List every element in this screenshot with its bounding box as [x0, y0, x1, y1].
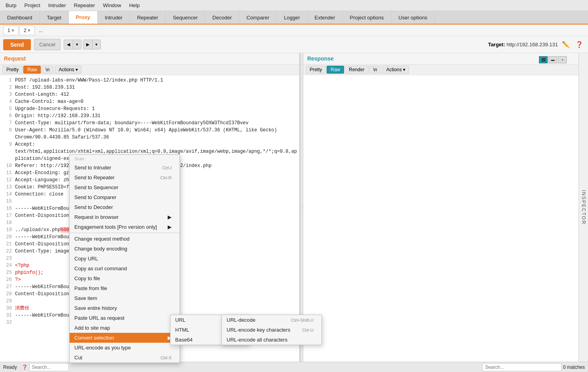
ctx-save-item[interactable]: Save item [70, 293, 180, 303]
submenu-url-encode-all[interactable]: URL-encode all characters [222, 335, 321, 345]
submenu-url-decode[interactable]: URL-decodeCtrl+Shift-U [222, 315, 321, 325]
ctx-add-sitemap[interactable]: Add to site map [70, 323, 180, 333]
ctx-change-body[interactable]: Change body encoding [70, 244, 180, 254]
ctx-cut[interactable]: CutCtrl-X [70, 353, 180, 363]
ctx-convert-selection[interactable]: Convert selection▶ [70, 333, 180, 343]
ctx-request-browser[interactable]: Request in browser▶ [70, 212, 180, 222]
ctx-engagement-tools[interactable]: Engagement tools [Pro version only]▶ [70, 222, 180, 232]
ctx-send-comparer[interactable]: Send to Comparer [70, 192, 180, 202]
ctx-send-sequencer[interactable]: Send to Sequencer [70, 182, 180, 192]
ctx-paste-url[interactable]: Paste URL as request [70, 313, 180, 323]
ctx-send-repeater[interactable]: Send to RepeaterCtrl-R [70, 173, 180, 182]
ctx-url-encode-type[interactable]: URL-encode as you type [70, 343, 180, 353]
ctx-scan-header: Scan [70, 155, 180, 163]
ctx-save-history[interactable]: Save entire history [70, 303, 180, 313]
ctx-paste-file[interactable]: Paste from file [70, 283, 180, 293]
ctx-divider-1 [70, 233, 180, 233]
ctx-copy-url[interactable]: Copy URL [70, 254, 180, 264]
ctx-send-decoder[interactable]: Send to Decoder [70, 202, 180, 212]
submenu-url: URL-decodeCtrl+Shift-U URL-encode key ch… [221, 315, 322, 345]
ctx-change-method[interactable]: Change request method [70, 234, 180, 244]
submenu-url-encode-key[interactable]: URL-encode key charactersCtrl-U [222, 325, 321, 335]
ctx-copy-curl[interactable]: Copy as curl command [70, 264, 180, 273]
context-menu: Scan Send to IntruderCtrl-I Send to Repe… [69, 154, 180, 363]
ctx-copy-file[interactable]: Copy to file [70, 273, 180, 283]
ctx-send-intruder[interactable]: Send to IntruderCtrl-I [70, 163, 180, 173]
